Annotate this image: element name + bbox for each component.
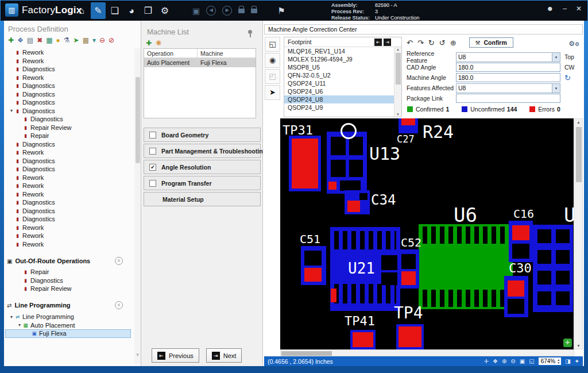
tree-item-diagnostics[interactable]: ▮Diagnostics (5, 140, 133, 149)
expander-icon[interactable]: ▾ (9, 314, 14, 320)
step-checkbox[interactable] (149, 148, 156, 155)
snapshot-icon[interactable]: ◨ (565, 358, 570, 364)
last-footprint-button[interactable]: ⇥ (384, 39, 391, 46)
footprint-scrollbar[interactable]: ▲ ▼ (394, 47, 401, 117)
scroll-up-icon[interactable]: ▲ (575, 120, 582, 124)
tree-item-rework[interactable]: ▮Rework (5, 57, 133, 66)
tree-item-rework[interactable]: ▮Rework (5, 48, 133, 57)
footprint-item[interactable]: MLQP16_REV1_U14 (284, 47, 394, 55)
tree-item-fuji-flexa[interactable]: ▣Fuji Flexa (5, 329, 131, 338)
block-icon[interactable]: ⊘ (109, 36, 114, 44)
palette-icon[interactable]: ▩ (83, 36, 89, 44)
forward-icon[interactable]: ▶ (222, 6, 232, 16)
footprint-item[interactable]: QFN-32-0.5_U2 (284, 71, 394, 79)
vertical-scrollbar[interactable]: ▲ ▼ (574, 118, 583, 349)
scroll-down-icon[interactable]: ▼ (394, 113, 401, 116)
zoom-window-icon[interactable]: ❖ (493, 358, 498, 364)
refresh-angle-icon[interactable]: ↻ (564, 74, 571, 82)
workflow-step-part-management-troubleshooting[interactable]: Part Management & Troubleshooting (144, 144, 261, 158)
zoom-down-icon[interactable]: ▼ (557, 362, 560, 364)
tree-item-diagnostics[interactable]: ▮Diagnostics (5, 165, 133, 174)
machine-settings-icon[interactable]: ❋ (156, 39, 161, 47)
options-gears-icon[interactable]: ⚙⚙ (568, 38, 579, 48)
home-icon[interactable]: ⌂ (74, 2, 89, 19)
user-icon[interactable]: ● (56, 36, 60, 44)
step-checkbox[interactable] (149, 132, 156, 139)
edit-process-icon[interactable]: ✎ (91, 2, 106, 19)
crosshair-icon[interactable]: ⊕ (450, 39, 457, 47)
plugin-icon[interactable]: ▦ (46, 36, 52, 44)
expander-icon[interactable]: ▾ (9, 108, 14, 113)
chevron-down-icon[interactable]: ▾ (552, 84, 560, 93)
tree-item-diagnostics[interactable]: ▮Diagnostics (5, 115, 133, 124)
tree-item-rework[interactable]: ▮Rework (5, 190, 133, 199)
expander-icon[interactable]: ▾ (17, 322, 22, 328)
machine-angle-input[interactable] (456, 73, 560, 82)
scrollbar-thumb[interactable] (576, 127, 582, 182)
add-machine-icon[interactable]: ✚ (146, 39, 152, 47)
features-affected-select[interactable]: U8 ▾ (456, 83, 560, 93)
user-session-icon[interactable]: ☻ (547, 5, 554, 13)
previous-button[interactable]: ⇤ Previous (152, 348, 199, 363)
collapse-out-of-route-button[interactable]: ∧ (115, 257, 123, 265)
process-docs-icon[interactable]: ❏ (107, 2, 122, 19)
lock-icon[interactable] (238, 9, 245, 13)
step-checkbox[interactable]: ✔ (149, 164, 156, 171)
minimize-button[interactable]: – (563, 5, 567, 13)
first-footprint-button[interactable]: ⇤ (374, 39, 382, 46)
zoom-spinner[interactable]: ▲ ▼ (557, 359, 560, 364)
tree-item-diagnostics[interactable]: ▮Diagnostics (5, 90, 133, 99)
board-copy-icon[interactable]: ◰ (265, 69, 280, 84)
zoom-level-stepper[interactable]: 674% ▲ ▼ (539, 357, 562, 365)
tree-item-rework[interactable]: ▮Rework (5, 232, 133, 240)
footprint-item[interactable]: QSOP24_U9 (284, 103, 394, 111)
tree-item-rework[interactable]: ▮Rework (5, 182, 133, 190)
tree-item-repair[interactable]: ▮Repair (5, 132, 133, 140)
next-button[interactable]: ⇥ Next (206, 348, 242, 363)
zoom-extents-icon[interactable]: ▣ (520, 358, 525, 364)
workflow-step-material-setup[interactable]: Material Setup (144, 192, 261, 206)
unlock-icon[interactable] (251, 9, 257, 13)
confirm-button[interactable]: ⚒ Confirm (469, 37, 513, 48)
reference-feature-select[interactable]: U8 ▾ (456, 52, 560, 62)
viewer-settings-icon[interactable]: ✦ (575, 358, 579, 364)
tree-item-rework[interactable]: ▮Rework (5, 174, 133, 182)
process-tree-scrollbar[interactable]: ∨ (134, 48, 141, 364)
workflow-step-angle-resolution[interactable]: ✔Angle Resolution (144, 160, 261, 174)
tree-item-repair-review[interactable]: ▮Repair Review (5, 284, 133, 293)
rotate-cw-icon[interactable]: ↷ (417, 39, 424, 47)
footprint-item[interactable]: MOLEX 51296-4594_J9 (284, 55, 394, 63)
scrollbar-down-arrow-icon[interactable]: ∨ (134, 352, 141, 357)
tree-item-diagnostics[interactable]: ▮Diagnostics (5, 98, 133, 107)
package-link-input[interactable] (456, 94, 560, 103)
collapse-line-programming-button[interactable]: ∧ (115, 301, 123, 309)
tree-item-repair[interactable]: ▮Repair (5, 268, 133, 276)
tree-item-diagnostics[interactable]: ▮Diagnostics (5, 82, 133, 90)
flask-icon[interactable]: ⚗ (64, 36, 70, 44)
tree-item-repair-review[interactable]: ▮Repair Review (5, 124, 133, 132)
save-icon[interactable]: ▣ (192, 6, 200, 16)
tree-item-diagnostics[interactable]: ▮Diagnostics (5, 215, 133, 224)
flow-icon[interactable]: ➤ (74, 36, 79, 44)
footprint-item[interactable]: QSOP24_U11 (284, 79, 394, 87)
tree-item-rework[interactable]: ▮Rework (5, 148, 133, 157)
tree-item-diagnostics[interactable]: ▮Diagnostics (5, 157, 133, 166)
tree-item-diagnostics[interactable]: ▮Diagnostics (5, 65, 133, 74)
close-button[interactable]: ✕ (576, 5, 582, 13)
scrollbar-thumb[interactable] (136, 77, 140, 163)
tree-item-diagnostics[interactable]: ▮Diagnostics (5, 276, 133, 285)
rotate-180-icon[interactable]: ↻ (428, 39, 435, 47)
tree-item-rework[interactable]: ▮Rework (5, 224, 133, 232)
cut-icon[interactable]: ✖ (37, 36, 42, 44)
footprint-item[interactable]: QSOP24_U8 (284, 95, 394, 103)
run-placement-icon[interactable]: ➤ (265, 85, 280, 100)
analytics-globe-icon[interactable]: ◕ (124, 2, 139, 19)
tree-item-diagnostics[interactable]: ▾▮Diagnostics (5, 107, 133, 116)
horizontal-scrollbar[interactable] (280, 349, 574, 356)
tree-item-rework[interactable]: ▮Rework (5, 240, 133, 249)
tree-item-auto-placement[interactable]: ▾▦Auto Placement (5, 321, 133, 330)
table-row[interactable]: Auto PlacementFuji Flexa (144, 58, 256, 67)
scrollbar-thumb[interactable] (281, 351, 332, 356)
footprint-item[interactable]: QSOP24_U6 (284, 87, 394, 95)
add-icon[interactable]: ✚ (8, 36, 14, 44)
